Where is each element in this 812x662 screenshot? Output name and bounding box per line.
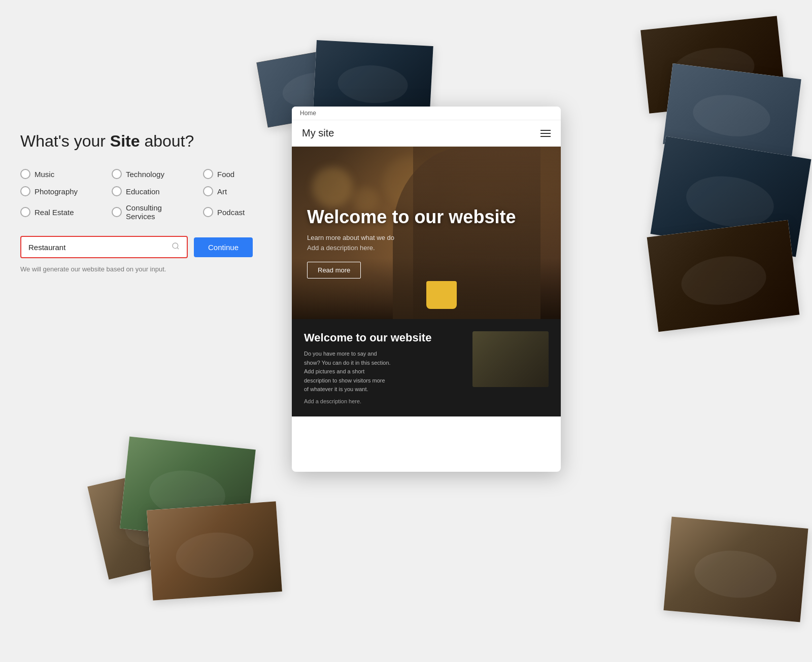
radio-music[interactable] xyxy=(20,169,30,179)
option-education[interactable]: Education xyxy=(112,186,193,196)
search-row: Restaurant Continue xyxy=(20,236,284,258)
bottom-section-title: Welcome to our website xyxy=(304,331,462,344)
option-music-label: Music xyxy=(35,170,54,179)
svg-point-0 xyxy=(173,243,178,249)
option-education-label: Education xyxy=(126,187,160,196)
site-header: My site xyxy=(292,120,561,147)
page-title: What's your Site about? xyxy=(20,132,284,151)
site-bottom-section: Welcome to our website Do you have more … xyxy=(292,319,561,416)
radio-art[interactable] xyxy=(203,186,213,196)
option-real-estate[interactable]: Real Estate xyxy=(20,203,101,221)
site-preview-card: Home My site Welcome to our website Lear… xyxy=(292,107,561,472)
option-consulting[interactable]: Consulting Services xyxy=(112,203,193,221)
radio-real-estate[interactable] xyxy=(20,207,30,217)
helper-text: We will generate our website based on yo… xyxy=(20,265,284,273)
radio-food[interactable] xyxy=(203,169,213,179)
site-title: My site xyxy=(302,127,334,139)
hero-title: Welcome to our website xyxy=(307,206,516,228)
option-art[interactable]: Art xyxy=(203,186,284,196)
bottom-section-image xyxy=(472,331,549,387)
option-technology[interactable]: Technology xyxy=(112,169,193,179)
radio-podcast[interactable] xyxy=(203,207,213,217)
hero-description: Add a description here. xyxy=(307,244,516,252)
radio-photography[interactable] xyxy=(20,186,30,196)
continue-button[interactable]: Continue xyxy=(194,237,253,257)
option-music[interactable]: Music xyxy=(20,169,101,179)
form-panel: What's your Site about? Music Technology… xyxy=(20,132,284,273)
site-hero: Welcome to our website Learn more about … xyxy=(292,147,561,319)
option-consulting-label: Consulting Services xyxy=(126,203,193,221)
radio-technology[interactable] xyxy=(112,169,122,179)
option-photography[interactable]: Photography xyxy=(20,186,101,196)
search-input[interactable]: Restaurant xyxy=(28,243,168,252)
yellow-cup-decoration xyxy=(426,281,457,309)
bottom-section-text: Do you have more to say and show? You ca… xyxy=(304,350,391,394)
option-food[interactable]: Food xyxy=(203,169,284,179)
option-podcast-label: Podcast xyxy=(217,208,245,217)
option-real-estate-label: Real Estate xyxy=(35,208,74,217)
option-food-label: Food xyxy=(217,170,234,179)
read-more-button[interactable]: Read more xyxy=(307,262,361,278)
search-box[interactable]: Restaurant xyxy=(20,236,188,258)
bottom-section-desc: Add a description here. xyxy=(304,398,462,404)
option-photography-label: Photography xyxy=(35,187,78,196)
radio-education[interactable] xyxy=(112,186,122,196)
radio-consulting[interactable] xyxy=(112,207,122,217)
svg-line-1 xyxy=(177,248,179,249)
search-icon xyxy=(172,242,180,252)
category-options-grid: Music Technology Food Photography Educat… xyxy=(20,169,284,221)
site-nav-label: Home xyxy=(300,110,316,117)
option-technology-label: Technology xyxy=(126,170,164,179)
option-art-label: Art xyxy=(217,187,227,196)
hero-content: Welcome to our website Learn more about … xyxy=(307,206,516,278)
hamburger-icon xyxy=(540,130,551,137)
hero-subtitle: Learn more about what we do xyxy=(307,234,516,241)
site-nav-bar: Home xyxy=(292,107,561,120)
option-podcast[interactable]: Podcast xyxy=(203,203,284,221)
